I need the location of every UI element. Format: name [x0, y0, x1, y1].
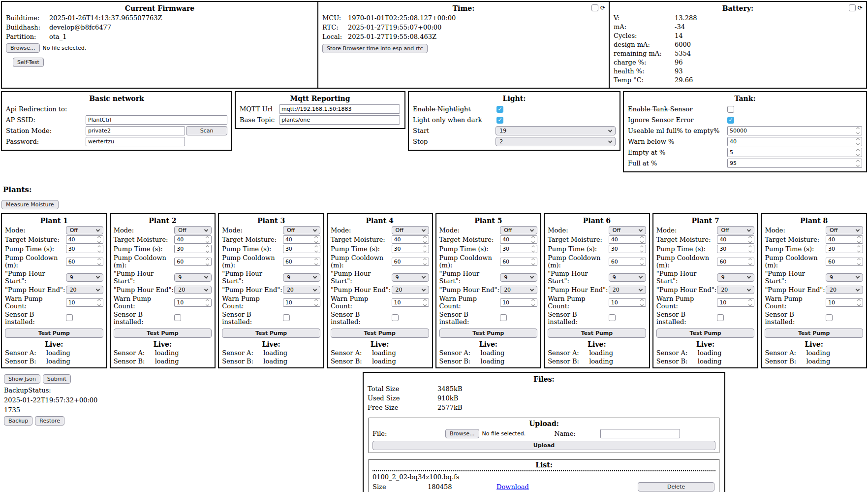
plant-pump-time-field[interactable] — [717, 246, 746, 252]
plant-target-moisture-field[interactable] — [283, 236, 312, 243]
spinner-icon[interactable] — [204, 236, 211, 243]
refresh-icon[interactable]: ⟳ — [600, 5, 605, 11]
plant-pump-hour-end-select[interactable]: 20 — [717, 286, 754, 294]
enable-nightlight-checkbox[interactable] — [496, 106, 503, 113]
plant-warn-pump-count-field[interactable] — [283, 299, 312, 306]
store-browser-time-button[interactable]: Store Browser time into esp and rtc — [322, 44, 428, 53]
test-pump-button[interactable]: Test Pump — [114, 328, 212, 338]
spinner-icon[interactable] — [855, 236, 863, 243]
measure-moisture-button[interactable]: Measure Moisture — [1, 200, 59, 209]
plant-sensor-b-checkbox[interactable] — [66, 314, 73, 321]
plant-pump-time-input[interactable] — [500, 245, 537, 253]
plant-target-moisture-field[interactable] — [717, 236, 746, 243]
plant-mode-select[interactable]: Off — [717, 226, 754, 234]
plant-target-moisture-input[interactable] — [609, 235, 646, 244]
spinner-icon[interactable] — [529, 246, 537, 252]
plant-pump-hour-end-select[interactable]: 20 — [66, 286, 103, 294]
plant-pump-hour-start-select[interactable]: 9 — [826, 273, 863, 282]
plant-pump-hour-end-select[interactable]: 20 — [826, 286, 863, 294]
spinner-icon[interactable] — [854, 149, 862, 156]
password-input[interactable] — [86, 137, 185, 146]
time-auto-refresh-checkbox[interactable] — [591, 4, 598, 11]
spinner-icon[interactable] — [746, 246, 754, 252]
plant-sensor-b-checkbox[interactable] — [609, 314, 616, 321]
spinner-icon[interactable] — [95, 259, 103, 265]
plant-target-moisture-field[interactable] — [609, 236, 638, 243]
spinner-icon[interactable] — [95, 236, 103, 243]
test-pump-button[interactable]: Test Pump — [222, 328, 320, 338]
spinner-icon[interactable] — [855, 299, 863, 306]
plant-pump-cooldown-input[interactable] — [826, 258, 863, 266]
spinner-icon[interactable] — [421, 299, 429, 306]
plant-pump-cooldown-field[interactable] — [826, 259, 855, 265]
spinner-icon[interactable] — [746, 259, 754, 265]
plant-warn-pump-count-field[interactable] — [66, 299, 95, 306]
plant-pump-hour-end-select[interactable]: 20 — [500, 286, 537, 294]
spinner-icon[interactable] — [421, 246, 429, 252]
enable-tank-sensor-checkbox[interactable] — [727, 106, 734, 113]
plant-pump-hour-start-select[interactable]: 9 — [717, 273, 754, 282]
plant-pump-hour-start-select[interactable]: 9 — [500, 273, 537, 282]
spinner-icon[interactable] — [746, 299, 754, 306]
scan-button[interactable]: Scan — [186, 126, 227, 135]
base-topic-input[interactable] — [279, 115, 400, 125]
submit-button[interactable]: Submit — [43, 374, 71, 384]
warn-below-field[interactable] — [728, 138, 854, 145]
plant-target-moisture-input[interactable] — [66, 235, 103, 244]
spinner-icon[interactable] — [312, 236, 320, 243]
plant-warn-pump-count-input[interactable] — [392, 298, 429, 307]
plant-pump-time-field[interactable] — [283, 246, 312, 252]
plant-pump-time-field[interactable] — [392, 246, 421, 252]
plant-warn-pump-count-input[interactable] — [717, 298, 754, 307]
spinner-icon[interactable] — [421, 259, 429, 265]
upload-browse-button[interactable]: Browse... — [445, 429, 479, 438]
plant-sensor-b-checkbox[interactable] — [283, 314, 290, 321]
plant-pump-cooldown-input[interactable] — [717, 258, 754, 266]
plant-pump-time-input[interactable] — [66, 245, 103, 253]
test-pump-button[interactable]: Test Pump — [439, 328, 538, 338]
plant-warn-pump-count-input[interactable] — [609, 298, 646, 307]
plant-pump-hour-start-select[interactable]: 9 — [609, 273, 646, 282]
plant-pump-time-field[interactable] — [66, 246, 95, 252]
plant-pump-cooldown-field[interactable] — [175, 259, 204, 265]
useable-ml-input[interactable] — [727, 126, 862, 135]
plant-mode-select[interactable]: Off — [392, 226, 429, 234]
plant-warn-pump-count-field[interactable] — [500, 299, 529, 306]
plant-pump-hour-end-select[interactable]: 20 — [174, 286, 212, 294]
test-pump-button[interactable]: Test Pump — [548, 328, 646, 338]
plant-pump-cooldown-input[interactable] — [500, 258, 537, 266]
plant-target-moisture-input[interactable] — [826, 235, 863, 244]
plant-warn-pump-count-input[interactable] — [66, 298, 103, 307]
plant-pump-hour-start-select[interactable]: 9 — [392, 273, 429, 282]
plant-warn-pump-count-input[interactable] — [283, 298, 320, 307]
test-pump-button[interactable]: Test Pump — [765, 328, 863, 338]
spinner-icon[interactable] — [529, 236, 537, 243]
plant-pump-time-field[interactable] — [500, 246, 529, 252]
plant-pump-cooldown-input[interactable] — [283, 258, 320, 266]
spinner-icon[interactable] — [204, 246, 211, 252]
empty-at-input[interactable] — [727, 148, 862, 157]
upload-name-input[interactable] — [600, 429, 680, 438]
full-at-input[interactable] — [727, 159, 862, 168]
plant-pump-time-field[interactable] — [175, 246, 204, 252]
firmware-browse-button[interactable]: Browse... — [6, 43, 40, 53]
spinner-icon[interactable] — [854, 160, 862, 166]
plant-sensor-b-checkbox[interactable] — [500, 314, 507, 321]
spinner-icon[interactable] — [95, 246, 103, 252]
plant-mode-select[interactable]: Off — [174, 226, 212, 234]
spinner-icon[interactable] — [638, 259, 646, 265]
spinner-icon[interactable] — [312, 246, 320, 252]
plant-pump-cooldown-field[interactable] — [66, 259, 95, 265]
plant-target-moisture-field[interactable] — [392, 236, 421, 243]
plant-pump-hour-end-select[interactable]: 20 — [609, 286, 646, 294]
plant-target-moisture-input[interactable] — [500, 235, 537, 244]
plant-pump-cooldown-input[interactable] — [609, 258, 646, 266]
self-test-button[interactable]: Self-Test — [13, 58, 44, 67]
light-only-dark-checkbox[interactable] — [496, 117, 503, 124]
plant-pump-cooldown-field[interactable] — [283, 259, 312, 265]
plant-mode-select[interactable]: Off — [609, 226, 646, 234]
spinner-icon[interactable] — [312, 299, 320, 306]
test-pump-button[interactable]: Test Pump — [5, 328, 103, 338]
spinner-icon[interactable] — [854, 128, 862, 134]
plant-pump-time-input[interactable] — [283, 245, 320, 253]
